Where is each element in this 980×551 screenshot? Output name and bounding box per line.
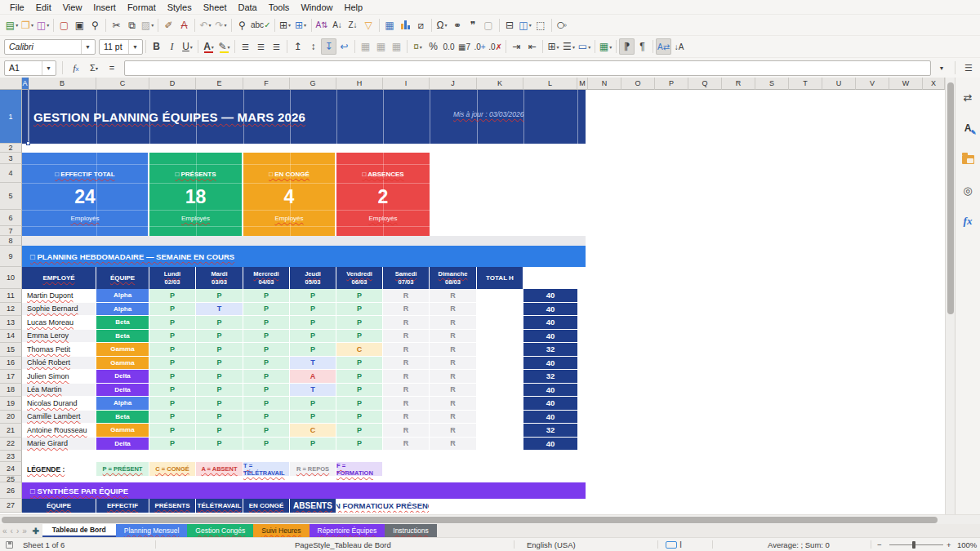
planning-col-total[interactable]: TOTAL H	[477, 267, 523, 289]
sidebar-settings-button[interactable]: ☰	[961, 60, 976, 75]
total-hours-cell[interactable]: 40	[523, 289, 577, 303]
column-header-O[interactable]: O	[621, 78, 655, 90]
day-status-cell[interactable]: R	[430, 330, 477, 344]
menu-tools[interactable]: Tools	[263, 2, 296, 13]
text-direction-rtl-button[interactable]: ¶	[635, 38, 650, 55]
currency-format-button[interactable]: ¤▾	[410, 38, 425, 55]
day-status-cell[interactable]: P	[290, 330, 336, 344]
day-status-cell[interactable]: P	[243, 330, 290, 344]
add-decimal-button[interactable]: .0+	[472, 38, 488, 55]
day-status-cell[interactable]: P	[243, 397, 290, 411]
synthese-col[interactable]: ÉQUIPE	[22, 499, 96, 513]
column-header-H[interactable]: H	[336, 78, 383, 90]
row-header-20[interactable]: 20	[0, 411, 22, 424]
row-header-7[interactable]: 7	[0, 226, 22, 236]
day-status-cell[interactable]: R	[430, 397, 477, 411]
align-center-button[interactable]: ☰	[253, 38, 269, 55]
sort-ascending-button[interactable]: A⇅	[314, 17, 330, 33]
sheet-tab-suivi-heures[interactable]: Suivi Heures	[253, 524, 309, 537]
underline-button[interactable]: U▾	[180, 38, 195, 55]
column-header-S[interactable]: S	[755, 78, 789, 90]
clone-formatting-button[interactable]: ✐	[161, 17, 176, 33]
total-hours-cell[interactable]: 32	[523, 343, 577, 357]
day-status-cell[interactable]: R	[383, 343, 430, 357]
vertical-scrollbar[interactable]	[945, 78, 955, 514]
team-chip-cell[interactable]: Beta	[96, 330, 149, 344]
employee-name-cell[interactable]: Julien Simon	[22, 370, 96, 384]
column-header-F[interactable]: F	[243, 78, 290, 90]
column-header-U[interactable]: U	[822, 78, 856, 90]
select-all-corner[interactable]	[0, 78, 22, 90]
column-header-P[interactable]: P	[655, 78, 688, 90]
merge-center-button[interactable]: ▦	[358, 38, 373, 55]
page-style[interactable]: PageStyle_Tableau de Bord	[295, 538, 391, 551]
day-status-cell[interactable]: P	[196, 384, 243, 398]
functions-icon[interactable]: fx	[964, 215, 973, 228]
team-chip-cell[interactable]: Alpha	[96, 303, 149, 317]
legend-label[interactable]: LÉGENDE :	[22, 462, 96, 476]
day-status-cell[interactable]: R	[430, 384, 477, 398]
day-status-cell[interactable]: P	[243, 289, 290, 303]
day-status-cell[interactable]: R	[383, 424, 430, 438]
day-status-cell[interactable]: P	[336, 370, 383, 384]
team-chip-cell[interactable]: Gamma	[96, 357, 149, 371]
text-vertical-button[interactable]: ↓A	[671, 38, 687, 55]
employee-name-cell[interactable]: Sophie Bernard	[22, 303, 96, 317]
equals-button[interactable]: =	[105, 60, 119, 75]
borders-button[interactable]: ⊞▾	[546, 38, 561, 55]
column-header-J[interactable]: J	[430, 78, 477, 90]
team-chip-cell[interactable]: Delta	[96, 384, 149, 398]
day-status-cell[interactable]: P	[149, 289, 196, 303]
sheet-tab-planning-mensuel[interactable]: Planning Mensuel	[116, 524, 188, 537]
total-hours-cell[interactable]: 40	[523, 330, 577, 344]
percent-format-button[interactable]: %	[425, 38, 441, 55]
merge-cells-button[interactable]: ▦	[373, 38, 389, 55]
legend-item-T[interactable]: T = TÉLÉTRAVAIL	[243, 462, 290, 476]
horizontal-scrollbar[interactable]	[0, 514, 980, 524]
day-status-cell[interactable]: R	[383, 316, 430, 330]
italic-button[interactable]: I	[164, 38, 180, 55]
border-style-button[interactable]: ☰▾	[561, 38, 577, 55]
day-status-cell[interactable]: P	[336, 424, 383, 438]
synthese-section-header[interactable]: □ SYNTHÈSE PAR ÉQUIPE	[22, 482, 586, 499]
day-status-cell[interactable]: P	[196, 316, 243, 330]
sheet-tab-tableau-de-bord[interactable]: Tableau de Bord	[42, 524, 116, 537]
kpi-card-4[interactable]: □ ABSENCES2Employés	[336, 153, 430, 236]
row-header-1[interactable]: 1	[0, 90, 22, 144]
day-status-cell[interactable]: R	[383, 289, 430, 303]
day-status-cell[interactable]: P	[149, 384, 196, 398]
language-indicator[interactable]: English (USA)	[527, 538, 576, 551]
team-chip-cell[interactable]: Gamma	[96, 424, 149, 438]
column-header-X[interactable]: X	[923, 78, 945, 90]
row-header-2[interactable]: 2	[0, 144, 22, 153]
column-header-I[interactable]: I	[383, 78, 430, 90]
day-status-cell[interactable]: R	[383, 330, 430, 344]
decrease-indent-button[interactable]: ⇤	[524, 38, 540, 55]
employee-name-cell[interactable]: Léa Martin	[22, 384, 96, 398]
day-status-cell[interactable]: R	[383, 303, 430, 317]
team-chip-cell[interactable]: Beta	[96, 411, 149, 424]
highlight-color-button[interactable]: ✎▾	[216, 38, 232, 55]
text-direction-ltr-button[interactable]: ⁋	[619, 38, 635, 55]
insert-row-button[interactable]: ⊞▾	[278, 17, 293, 33]
zoom-slider-thumb[interactable]	[912, 541, 915, 549]
menu-file[interactable]: File	[4, 2, 30, 13]
day-status-cell[interactable]: P	[149, 438, 196, 451]
center-vertically-button[interactable]: ↕	[305, 38, 321, 55]
day-status-cell[interactable]: P	[149, 330, 196, 344]
employee-name-cell[interactable]: Antoine Rousseau	[22, 424, 96, 438]
day-status-cell[interactable]: T	[196, 303, 243, 317]
kpi-card-2[interactable]: □ PRÉSENTS18Employés	[149, 153, 243, 236]
row-header-4[interactable]: 4	[0, 164, 22, 183]
day-status-cell[interactable]: P	[290, 303, 336, 317]
planning-col-day[interactable]: Lundi02/03	[149, 267, 196, 289]
date-format-button[interactable]: ▦7	[457, 38, 472, 55]
total-hours-cell[interactable]: 40	[523, 397, 577, 411]
employee-name-cell[interactable]: Camille Lambert	[22, 411, 96, 424]
zoom-out-button[interactable]: −	[877, 538, 882, 551]
align-top-button[interactable]: ↥	[290, 38, 305, 55]
day-status-cell[interactable]: P	[196, 370, 243, 384]
font-color-button[interactable]: A▾	[201, 38, 216, 55]
total-hours-cell[interactable]: 40	[523, 303, 577, 317]
planning-col-team[interactable]: ÉQUIPE	[96, 267, 149, 289]
